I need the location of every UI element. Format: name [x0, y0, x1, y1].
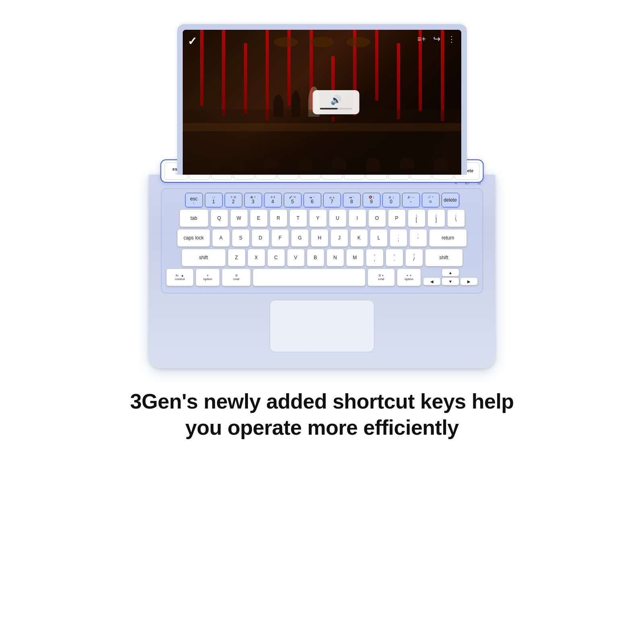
row-tab: tab Q W E R T Y U I O P {[ }] |\ [166, 209, 478, 227]
volume-icon: 🔊 [330, 95, 341, 105]
key-option-left[interactable]: ✦ option [196, 268, 220, 286]
key-fn3[interactable]: ▣ #3 [244, 193, 262, 207]
key-backslash[interactable]: |\ [447, 209, 465, 227]
key-comma[interactable]: <, [366, 249, 384, 266]
volume-overlay: 🔊 [313, 90, 359, 114]
top-bar: ≡+ ↪ ⋮ [417, 34, 455, 44]
key-fn-equals[interactable]: 🔗 += [422, 193, 440, 207]
caption-text: 3Gen's newly added shortcut keys help yo… [130, 388, 514, 441]
key-y[interactable]: Y [309, 209, 327, 227]
key-fn0[interactable]: 🔉 )0 [382, 193, 400, 207]
key-shift-right[interactable]: shift [425, 249, 463, 266]
key-m[interactable]: M [346, 249, 364, 266]
key-v[interactable]: V [287, 249, 305, 266]
row-caps: caps lock A S D F G H J K L :; "' return [166, 229, 478, 247]
key-b[interactable]: B [307, 249, 324, 266]
key-tab[interactable]: tab [180, 209, 208, 227]
key-bracket-l[interactable]: {[ [408, 209, 425, 227]
key-fn4[interactable]: ⊕ $4 [264, 193, 282, 207]
key-fn8[interactable]: ⏭ *8 [343, 193, 361, 207]
key-delete[interactable]: delete [442, 193, 459, 207]
key-cmd-right[interactable]: ⌘ ✦ cmd [367, 268, 395, 286]
device-wrapper: ✓ ≡+ ↪ ⋮ 🔊 [149, 24, 495, 368]
key-fn6[interactable]: ⏮ ^6 [303, 193, 321, 207]
keyboard-area: esc \ ○ !1 ☀ @2 ▣ #3 ⊕ $4 🎤 %5 ⏮ ^6 ⏯ &7… [161, 188, 483, 293]
arrow-key-group: ▲ ◀ ▼ ▶ [423, 268, 478, 286]
key-x[interactable]: X [248, 249, 265, 266]
key-space[interactable] [253, 268, 365, 286]
screen-ui: ✓ ≡+ ↪ ⋮ 🔊 [183, 30, 461, 175]
main-container: ✓ ≡+ ↪ ⋮ 🔊 [0, 0, 644, 644]
key-fn-control[interactable]: fn▲ control [166, 268, 194, 286]
key-fn5[interactable]: 🎤 %5 [284, 193, 301, 207]
keyboard-base: esc \ ○ ! 1 ☀ @ 2 ▣ # 3 [149, 175, 495, 368]
key-fn-minus[interactable]: 🔊 —- [402, 193, 420, 207]
more-icon[interactable]: ⋮ [448, 34, 455, 44]
check-icon: ✓ [188, 35, 197, 48]
row-bottom: fn▲ control ✦ option ⌘ cmd [166, 268, 478, 286]
playlist-add-icon[interactable]: ≡+ [417, 35, 426, 43]
key-e[interactable]: E [250, 209, 268, 227]
key-return[interactable]: return [429, 229, 467, 247]
key-g[interactable]: G [291, 229, 309, 247]
key-n[interactable]: N [326, 249, 344, 266]
screen-lid: ✓ ≡+ ↪ ⋮ 🔊 [177, 24, 467, 175]
key-option-right[interactable]: ✦ ✦ option [397, 268, 421, 286]
key-arrow-down[interactable]: ▼ [442, 277, 459, 285]
key-shift-left[interactable]: shift [182, 249, 226, 266]
key-s[interactable]: S [232, 229, 250, 247]
key-o[interactable]: O [368, 209, 386, 227]
key-p[interactable]: P [388, 209, 406, 227]
key-fn7[interactable]: ⏯ &7 [323, 193, 341, 207]
key-a[interactable]: A [212, 229, 230, 247]
key-t[interactable]: T [289, 209, 307, 227]
key-slash[interactable]: ?/ [405, 249, 423, 266]
key-q[interactable]: Q [211, 209, 228, 227]
key-bracket-r[interactable]: }] [427, 209, 445, 227]
key-arrow-left[interactable]: ◀ [423, 277, 441, 285]
key-semicolon[interactable]: :; [390, 229, 407, 247]
key-h[interactable]: H [311, 229, 328, 247]
key-esc[interactable]: esc \ [185, 193, 203, 207]
key-j[interactable]: J [330, 229, 348, 247]
key-quote[interactable]: "' [409, 229, 427, 247]
key-d[interactable]: D [252, 229, 269, 247]
screen-inner: ✓ ≡+ ↪ ⋮ 🔊 [183, 30, 461, 175]
volume-bar-fill [320, 108, 338, 109]
key-u[interactable]: U [329, 209, 347, 227]
key-arrow-up[interactable]: ▲ [442, 268, 459, 277]
key-fn1[interactable]: ○ !1 [205, 193, 223, 207]
key-l[interactable]: L [370, 229, 388, 247]
trackpad[interactable] [270, 300, 374, 352]
key-fn2[interactable]: ☀ @2 [225, 193, 242, 207]
key-c[interactable]: C [267, 249, 285, 266]
key-cmd-left[interactable]: ⌘ cmd [222, 268, 251, 286]
key-fn9[interactable]: 🔇 (9 [363, 193, 380, 207]
fn-row: esc \ ○ !1 ☀ @2 ▣ #3 ⊕ $4 🎤 %5 ⏮ ^6 ⏯ &7… [166, 193, 478, 207]
key-arrow-right[interactable]: ▶ [460, 277, 478, 285]
key-r[interactable]: R [270, 209, 287, 227]
row-shift: shift Z X C V B N M <, >. ?/ shift [166, 249, 478, 266]
key-f[interactable]: F [271, 229, 289, 247]
key-i[interactable]: I [349, 209, 366, 227]
caption-line1: 3Gen's newly added shortcut keys help [130, 390, 514, 413]
key-z[interactable]: Z [228, 249, 246, 266]
caption-line2: you operate more efficiently [185, 416, 459, 439]
key-k[interactable]: K [350, 229, 368, 247]
key-caps-lock[interactable]: caps lock [177, 229, 210, 247]
caption-area: 3Gen's newly added shortcut keys help yo… [98, 388, 546, 441]
key-period[interactable]: >. [386, 249, 403, 266]
key-w[interactable]: W [230, 209, 248, 227]
volume-bar [320, 108, 352, 109]
share-icon[interactable]: ↪ [433, 34, 440, 44]
